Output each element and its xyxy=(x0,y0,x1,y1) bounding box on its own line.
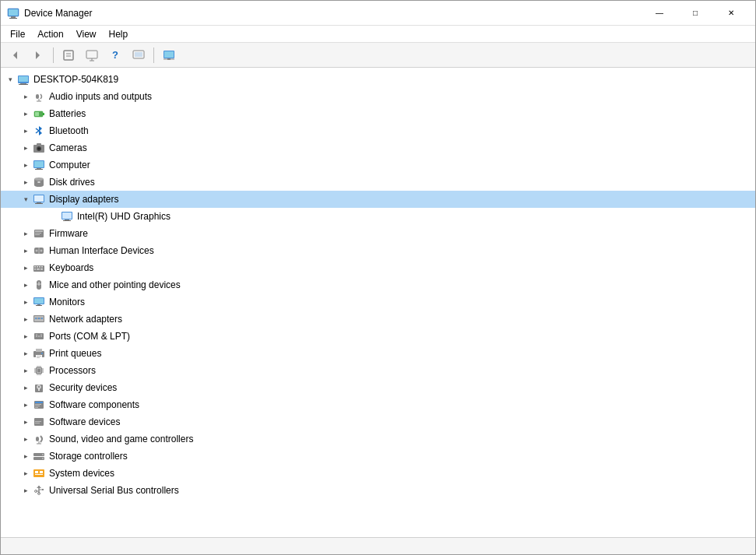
tree-item-firmware[interactable]: Firmware xyxy=(1,225,755,242)
tree-item-security[interactable]: Security devices xyxy=(1,379,755,396)
update-driver-button[interactable] xyxy=(81,46,103,65)
hid-expander[interactable] xyxy=(19,244,32,257)
mice-expander[interactable] xyxy=(19,279,32,291)
svg-point-76 xyxy=(41,318,43,319)
svg-rect-48 xyxy=(63,220,71,221)
status-bar xyxy=(1,537,755,554)
display-icon xyxy=(32,192,46,206)
svg-rect-64 xyxy=(40,269,43,270)
tree-item-computer[interactable]: Computer xyxy=(1,156,755,174)
tree-item-softwaredev[interactable]: Software devices xyxy=(1,413,755,430)
tree-item-mice[interactable]: Mice and other pointing devices xyxy=(1,276,755,293)
tree-root[interactable]: DESKTOP-504K819 xyxy=(1,71,755,88)
svg-rect-59 xyxy=(37,266,38,268)
svg-rect-108 xyxy=(35,402,43,403)
svg-rect-42 xyxy=(34,195,44,202)
tree-item-sound[interactable]: Sound, video and game controllers xyxy=(1,430,755,448)
tree-item-storage[interactable]: Storage controllers xyxy=(1,448,755,465)
usb-expander[interactable] xyxy=(19,484,32,497)
svg-point-121 xyxy=(42,454,44,455)
processors-expander[interactable] xyxy=(19,364,32,377)
tree-item-intel[interactable]: Intel(R) UHD Graphics xyxy=(1,208,755,225)
audio-expander[interactable] xyxy=(19,90,32,103)
network-label: Network adapters xyxy=(49,314,122,325)
batteries-expander[interactable] xyxy=(19,107,32,120)
properties-button[interactable] xyxy=(58,46,79,65)
tree-item-system[interactable]: System devices xyxy=(1,465,755,482)
tree-item-cameras[interactable]: Cameras xyxy=(1,139,755,156)
svg-point-31 xyxy=(38,148,40,150)
cameras-expander[interactable] xyxy=(19,142,32,154)
tree-item-bluetooth[interactable]: Bluetooth xyxy=(1,122,755,139)
tree-item-softwarecomp[interactable]: Software components xyxy=(1,396,755,413)
app-icon xyxy=(7,7,19,19)
security-icon xyxy=(32,381,46,395)
close-button[interactable]: ✕ xyxy=(713,1,749,26)
system-icon xyxy=(32,466,46,480)
hid-icon xyxy=(32,244,46,258)
svg-rect-2 xyxy=(9,18,17,19)
network-expander[interactable] xyxy=(19,313,32,325)
monitors-icon xyxy=(32,295,46,309)
back-button[interactable] xyxy=(4,46,26,65)
security-expander[interactable] xyxy=(19,381,32,394)
network-icon xyxy=(32,312,46,326)
root-label: DESKTOP-504K819 xyxy=(33,74,118,85)
svg-rect-24 xyxy=(43,113,44,115)
display-label: Display adapters xyxy=(49,194,118,205)
minimize-button[interactable]: — xyxy=(642,1,677,26)
tree-item-ports[interactable]: Ports (COM & LPT) xyxy=(1,328,755,345)
sound-expander[interactable] xyxy=(19,433,32,445)
ports-expander[interactable] xyxy=(19,330,32,342)
firmware-expander[interactable] xyxy=(19,227,32,240)
menu-action[interactable]: Action xyxy=(31,27,69,41)
svg-rect-114 xyxy=(35,421,41,422)
forward-button[interactable] xyxy=(27,46,49,65)
storage-expander[interactable] xyxy=(19,450,32,462)
monitors-expander[interactable] xyxy=(19,296,32,308)
tree-item-keyboards[interactable]: Keyboards xyxy=(1,259,755,276)
print-icon xyxy=(32,346,46,360)
show-hidden-button[interactable] xyxy=(128,46,149,65)
svg-rect-17 xyxy=(19,76,28,82)
print-expander[interactable] xyxy=(19,347,32,360)
tree-item-print[interactable]: Print queues xyxy=(1,345,755,362)
tree-item-disk[interactable]: Disk drives xyxy=(1,174,755,191)
tree-item-processors[interactable]: Processors xyxy=(1,362,755,379)
softwaredev-expander[interactable] xyxy=(19,416,32,428)
softwarecomp-expander[interactable] xyxy=(19,399,32,411)
tree-view[interactable]: DESKTOP-504K819 Audio inputs and outputs xyxy=(1,68,755,537)
disk-expander[interactable] xyxy=(19,176,32,188)
root-expander[interactable] xyxy=(4,73,16,86)
menu-help[interactable]: Help xyxy=(103,27,135,41)
menu-file[interactable]: File xyxy=(4,27,31,41)
svg-rect-11 xyxy=(135,52,142,57)
svg-point-88 xyxy=(41,353,43,354)
computer-expander[interactable] xyxy=(19,159,32,171)
storage-icon xyxy=(32,449,46,463)
tree-item-audio[interactable]: Audio inputs and outputs xyxy=(1,88,755,105)
svg-point-40 xyxy=(37,181,40,183)
keyboards-expander[interactable] xyxy=(19,262,32,274)
tree-item-hid[interactable]: Human Interface Devices xyxy=(1,242,755,259)
batteries-icon xyxy=(32,107,46,121)
ports-label: Ports (COM & LPT) xyxy=(49,331,130,342)
scan-hardware-button[interactable] xyxy=(158,46,180,65)
system-expander[interactable] xyxy=(19,467,32,479)
tree-item-display[interactable]: Display adapters xyxy=(1,191,755,208)
svg-rect-106 xyxy=(38,388,40,391)
audio-label: Audio inputs and outputs xyxy=(49,91,152,102)
bluetooth-label: Bluetooth xyxy=(49,125,89,136)
tree-item-monitors[interactable]: Monitors xyxy=(1,293,755,311)
maximize-button[interactable]: □ xyxy=(677,1,713,26)
tree-item-batteries[interactable]: Batteries xyxy=(1,105,755,122)
svg-rect-44 xyxy=(35,203,43,204)
svg-rect-7 xyxy=(86,51,97,58)
svg-rect-62 xyxy=(34,269,36,270)
help-button[interactable]: ? xyxy=(104,46,126,65)
bluetooth-expander[interactable] xyxy=(19,125,32,137)
tree-item-usb[interactable]: Universal Serial Bus controllers xyxy=(1,482,755,499)
display-expander[interactable] xyxy=(19,193,32,205)
menu-view[interactable]: View xyxy=(70,27,103,41)
tree-item-network[interactable]: Network adapters xyxy=(1,311,755,328)
